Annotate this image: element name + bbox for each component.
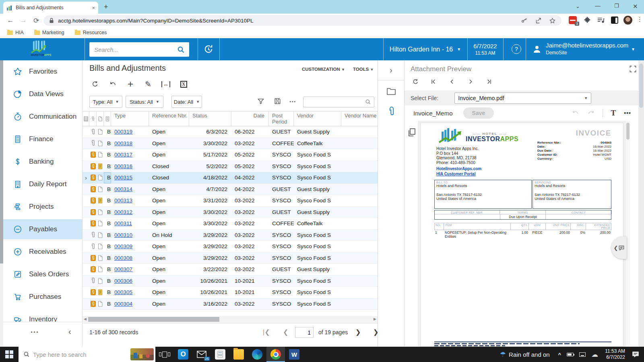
table-row[interactable]: Bill000317Open5/17/202205-2022SYSCOSysco… [83, 149, 378, 161]
share-icon[interactable] [535, 17, 542, 24]
reference-link[interactable]: 000317 [114, 152, 132, 158]
table-row[interactable]: Bill000304Open3/16/202203-2022SYSCOSysco… [83, 298, 378, 310]
window-close-icon[interactable]: ✕ [633, 3, 638, 10]
scroll-left-icon[interactable]: ◀ [84, 317, 87, 321]
reference-link[interactable]: 000309 [114, 243, 132, 249]
table-row[interactable]: Bill000306Open10/26/202110-2021SYSCOSysc… [83, 276, 378, 287]
company-selector[interactable]: Hilton Garden Inn - 16 ▼ [383, 38, 467, 60]
table-row[interactable]: Bill000308Open3/29/202203-2022SYSCOSysco… [83, 253, 378, 264]
last-page-icon[interactable]: ❯| [373, 328, 378, 336]
network-icon[interactable] [579, 352, 586, 357]
taskbar-clock[interactable]: 11:53 AM 6/7/2022 [605, 348, 625, 360]
bookmark-item[interactable]: Resources [75, 30, 107, 35]
reference-link[interactable]: 000307 [114, 266, 132, 272]
scroll-right-icon[interactable]: ▶ [374, 317, 376, 321]
reference-link[interactable]: 000319 [114, 129, 132, 135]
bookmark-item[interactable]: Marketing [34, 30, 64, 35]
password-key-icon[interactable] [521, 17, 528, 24]
scrollbar-thumb[interactable] [88, 317, 219, 322]
window-restore-icon[interactable]: ❐ [614, 3, 619, 9]
new-tab-button[interactable]: + [104, 3, 108, 11]
taskbar-word[interactable]: W [285, 347, 303, 362]
first-attachment-icon[interactable] [428, 76, 439, 87]
prev-attachment-icon[interactable] [446, 76, 458, 87]
filter-status[interactable]: Status: All▼ [126, 96, 163, 108]
undo-icon[interactable] [572, 110, 579, 116]
undo-icon[interactable] [107, 79, 118, 89]
table-row[interactable]: Bill000319Open6/3/202206-2022GUESTGuest … [83, 126, 378, 138]
column-header-date[interactable]: Date [231, 111, 269, 126]
task-view-button[interactable] [155, 347, 174, 362]
bookmark-star-icon[interactable] [549, 17, 556, 24]
extension-reader-icon[interactable] [611, 16, 618, 24]
pdf-viewer[interactable]: —— HOTEL —— INVESTORAPPS INVOICE Referen… [418, 121, 626, 347]
business-date[interactable]: 6/7/2022 11:53 AM [467, 38, 503, 60]
filter-type[interactable]: Type: All▼ [89, 96, 122, 108]
weather-umbrella-icon[interactable]: ☂ [500, 350, 506, 359]
table-row[interactable]: Bill000312Open3/30/202203-2022GUESTGuest… [83, 207, 378, 218]
next-attachment-icon[interactable] [465, 76, 476, 87]
sidebar-item-data-views[interactable]: Data Views [3, 84, 83, 104]
pdf-more-icon[interactable]: ••• [624, 110, 631, 116]
table-row[interactable]: Bill000314Open4/7/202204-2022GUESTGuest … [83, 184, 378, 195]
grid-search-icon[interactable] [365, 99, 371, 105]
invoice-link-portal[interactable]: HIA Customer Portal [436, 172, 475, 176]
refresh-icon[interactable] [90, 79, 100, 89]
edit-record-icon[interactable]: ✎ [143, 79, 153, 89]
customization-menu[interactable]: CUSTOMIZATION ▼ [302, 67, 345, 72]
column-header-status[interactable]: Status [189, 111, 231, 126]
taskbar-search[interactable] [19, 347, 155, 362]
panel-refresh-icon[interactable] [410, 76, 421, 87]
weather-label[interactable]: Rain off and on [509, 351, 549, 358]
table-row[interactable]: Bill000316Closed5/2/202205-2022SYSCOSysc… [83, 161, 378, 173]
prev-page-icon[interactable]: ❮ [283, 328, 288, 336]
column-header-vendor[interactable]: Vendor [294, 111, 341, 126]
fullscreen-icon[interactable] [629, 65, 637, 73]
tab-close-icon[interactable]: × [92, 5, 95, 11]
horizontal-scrollbar[interactable]: ◀ ▶ [83, 316, 378, 323]
reference-link[interactable]: 000308 [114, 255, 132, 261]
sidebar-collapse-icon[interactable]: ‹ [68, 327, 71, 336]
page-number-input[interactable] [295, 327, 314, 338]
add-record-icon[interactable]: + [125, 79, 136, 89]
sidebar-scrollbar[interactable] [0, 60, 3, 347]
sidebar-item-communication[interactable]: Communication [3, 107, 83, 127]
reload-icon[interactable]: ⟳ [31, 15, 42, 26]
table-row[interactable]: Bill000305Open10/26/202110-2021SYSCOSysc… [83, 287, 378, 298]
sidebar-item-payables[interactable]: Payables [3, 219, 83, 239]
save-button[interactable]: Save [463, 107, 494, 119]
reference-link[interactable]: 000318 [114, 140, 132, 146]
column-header-reference[interactable]: Reference Nbr. [149, 111, 189, 126]
panel-collapse-icon[interactable]: › [378, 60, 404, 80]
sidebar-item-projects[interactable]: Projects [3, 197, 83, 217]
window-minimize-icon[interactable]: — [595, 2, 601, 9]
global-search-input[interactable] [89, 42, 189, 57]
doc-column-header[interactable] [104, 111, 111, 126]
table-row[interactable]: Bill000318Open3/30/202203-2022COFFEETALK… [83, 138, 378, 150]
search-highlight-image[interactable] [130, 348, 154, 360]
start-button[interactable] [0, 350, 19, 358]
column-header-type[interactable]: Type [111, 111, 149, 126]
pdf-scrollbar-thumb[interactable] [626, 123, 630, 140]
back-icon[interactable]: ← [5, 15, 16, 26]
browser-menu-icon[interactable]: ⋮ [637, 16, 643, 23]
taskbar-outlook[interactable]: O [174, 347, 192, 362]
taskbar-calculator[interactable] [211, 347, 229, 362]
sidebar-item-purchases[interactable]: Purchases [3, 287, 83, 307]
table-row[interactable]: Bill000310On Hold3/29/202203-2022SYSCOSy… [83, 230, 378, 241]
reference-link[interactable]: 000310 [114, 232, 132, 238]
taskbar-mail[interactable]: 25 [192, 347, 211, 362]
reference-link[interactable]: 000304 [114, 301, 132, 307]
first-page-icon[interactable]: |❮ [263, 328, 270, 336]
taskbar-edge[interactable] [248, 347, 266, 362]
extension-adobe-icon[interactable]: 3 [569, 16, 577, 24]
sidebar-item-daily-report[interactable]: Daily Report [3, 174, 83, 194]
table-row[interactable]: Bill000309Open3/29/202203-2022SYSCOSysco… [83, 241, 378, 253]
taskbar-chrome[interactable] [266, 347, 285, 362]
last-attachment-icon[interactable] [483, 76, 495, 87]
tray-expand-icon[interactable]: ^ [558, 352, 561, 358]
attachments-tab-icon[interactable] [388, 105, 396, 117]
select-column-header[interactable] [83, 111, 89, 126]
page-scrollbar[interactable] [638, 60, 644, 347]
sidebar-item-banking[interactable]: Banking [3, 152, 83, 172]
